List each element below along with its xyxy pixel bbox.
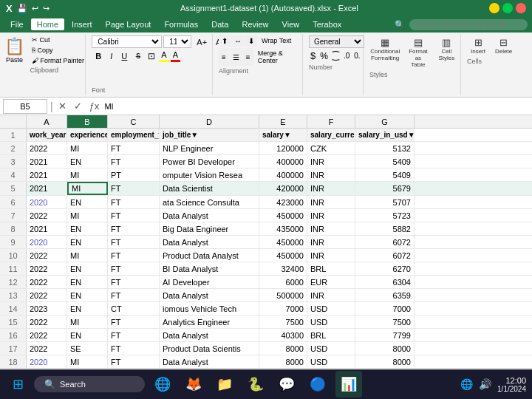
table-cell[interactable]: 5882 [355, 222, 415, 235]
table-cell[interactable]: 8000 [259, 342, 307, 355]
table-cell[interactable]: 435000 [259, 222, 307, 235]
table-cell[interactable]: 2021 [27, 222, 67, 235]
wrap-text-button[interactable]: Wrap Text [258, 35, 295, 47]
thousands-button[interactable]: ⁐ [331, 50, 341, 61]
table-cell[interactable]: MI [67, 209, 108, 222]
format-as-table-button[interactable]: ▤ Format asTable [403, 35, 432, 69]
table-cell[interactable]: 5409 [355, 168, 415, 181]
cut-button[interactable]: ✂ ✂ Cut Cut [29, 35, 87, 44]
bold-button[interactable]: B [92, 50, 105, 62]
table-cell[interactable]: 5723 [355, 209, 415, 222]
menu-view[interactable]: View [276, 18, 306, 30]
table-cell[interactable]: MI [67, 182, 108, 195]
row-number[interactable]: 2 [0, 142, 27, 154]
menu-data[interactable]: Data [205, 18, 234, 30]
underline-button[interactable]: U [117, 50, 131, 62]
formula-function-button[interactable]: ƒx [87, 100, 102, 112]
table-cell[interactable]: PT [108, 168, 160, 181]
menu-formulas[interactable]: Formulas [158, 18, 204, 30]
column-header-cell[interactable]: experience_level▼ [67, 129, 108, 141]
table-cell[interactable]: 6000 [259, 276, 307, 288]
formula-confirm-button[interactable]: ✓ [72, 100, 84, 112]
quick-access-undo-icon[interactable]: ↩ [32, 4, 38, 13]
copy-button[interactable]: ⎘ Copy [29, 46, 87, 55]
row-number[interactable]: 5 [0, 182, 27, 195]
taskbar-chrome-icon[interactable]: 🔵 [304, 371, 331, 398]
row-number[interactable]: 13 [0, 289, 27, 301]
table-cell[interactable]: INR [307, 236, 355, 248]
table-cell[interactable]: INR [307, 182, 355, 195]
table-cell[interactable]: 2020 [27, 196, 67, 208]
table-cell[interactable]: INR [307, 168, 355, 181]
table-cell[interactable]: FT [108, 316, 160, 328]
col-header-d[interactable]: D [160, 115, 259, 128]
table-cell[interactable]: EN [67, 329, 108, 341]
row-number[interactable]: 3 [0, 155, 27, 168]
table-cell[interactable]: 8000 [355, 355, 415, 368]
table-cell[interactable]: 6072 [355, 236, 415, 248]
table-cell[interactable]: 7000 [259, 302, 307, 315]
table-cell[interactable]: SE [67, 342, 108, 355]
table-cell[interactable]: 2021 [27, 168, 67, 181]
table-cell[interactable]: INR [307, 222, 355, 235]
col-header-f[interactable]: F [307, 115, 355, 128]
table-cell[interactable]: 2022 [27, 142, 67, 154]
taskbar-files-icon[interactable]: 📁 [211, 371, 238, 398]
table-cell[interactable]: 6072 [355, 249, 415, 262]
table-cell[interactable]: FT [108, 222, 160, 235]
taskbar-network-icon[interactable]: 🌐 [460, 378, 473, 390]
increase-decimal-button[interactable]: .0 [342, 51, 351, 61]
filter-dropdown-icon[interactable]: ▼ [408, 131, 415, 139]
table-cell[interactable]: AI Developer [160, 276, 259, 288]
menu-terabox[interactable]: Terabox [307, 18, 347, 30]
table-cell[interactable]: 7500 [355, 316, 415, 328]
row-number[interactable]: 15 [0, 316, 27, 328]
table-cell[interactable]: 6304 [355, 276, 415, 288]
table-cell[interactable]: 6359 [355, 289, 415, 301]
table-cell[interactable]: MI [67, 168, 108, 181]
table-cell[interactable]: Power BI Developer [160, 155, 259, 168]
table-cell[interactable]: USD [307, 355, 355, 368]
table-cell[interactable]: INR [307, 209, 355, 222]
table-cell[interactable]: CZK [307, 142, 355, 154]
table-cell[interactable]: CT [108, 302, 160, 315]
table-cell[interactable]: FT [108, 342, 160, 355]
table-cell[interactable]: FT [108, 276, 160, 288]
italic-button[interactable]: I [106, 50, 116, 62]
row-number[interactable]: 12 [0, 276, 27, 288]
row-number[interactable]: 14 [0, 302, 27, 315]
table-cell[interactable]: Data Analyst [160, 236, 259, 248]
table-cell[interactable]: 450000 [259, 249, 307, 262]
menu-insert[interactable]: Insert [66, 18, 98, 30]
table-cell[interactable]: 2022 [27, 209, 67, 222]
table-cell[interactable]: iomous Vehicle Tech [160, 302, 259, 315]
font-color-button[interactable]: A [171, 50, 180, 62]
table-cell[interactable]: 500000 [259, 289, 307, 301]
row-number[interactable]: 18 [0, 355, 27, 368]
table-cell[interactable]: 5679 [355, 182, 415, 195]
column-header-cell[interactable]: salary_curren▼ [307, 129, 355, 141]
col-header-g[interactable]: G [355, 115, 415, 128]
table-cell[interactable]: omputer Vision Resea [160, 168, 259, 181]
quick-access-save-icon[interactable]: 💾 [17, 4, 27, 13]
table-cell[interactable]: 2022 [27, 262, 67, 275]
table-cell[interactable]: 7799 [355, 329, 415, 341]
col-header-c[interactable]: C [108, 115, 160, 128]
decrease-decimal-button[interactable]: 0. [352, 51, 361, 61]
table-cell[interactable]: 400000 [259, 168, 307, 181]
table-cell[interactable]: FT [108, 209, 160, 222]
minimize-button[interactable] [489, 3, 499, 13]
column-header-cell[interactable]: salary_in_usd▼ [355, 129, 415, 141]
insert-cells-button[interactable]: ⊞ Insert [467, 35, 489, 56]
percent-button[interactable]: % [318, 50, 330, 62]
table-cell[interactable]: FT [108, 355, 160, 368]
table-cell[interactable]: MI [67, 249, 108, 262]
table-cell[interactable]: EN [67, 196, 108, 208]
table-cell[interactable]: 2020 [27, 355, 67, 368]
table-cell[interactable]: 8000 [259, 355, 307, 368]
delete-cells-button[interactable]: ⊟ Delete [492, 35, 515, 56]
table-cell[interactable]: EN [67, 236, 108, 248]
table-cell[interactable]: EUR [307, 276, 355, 288]
table-cell[interactable]: Analytics Engineer [160, 316, 259, 328]
row-number[interactable]: 7 [0, 209, 27, 222]
